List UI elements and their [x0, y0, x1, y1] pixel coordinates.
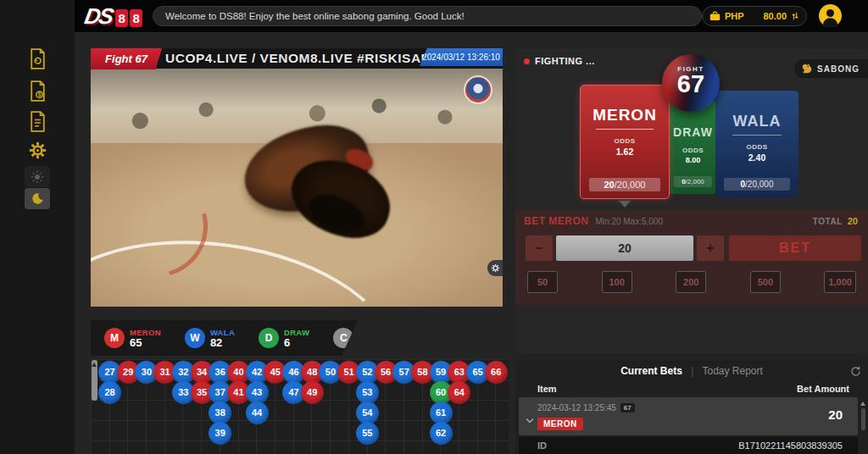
- tab-current-bets[interactable]: Current Bets: [620, 365, 682, 377]
- bet-detail-row: ID B1710221145803839305: [519, 437, 858, 454]
- bet-id-value: B1710221145803839305: [738, 440, 843, 451]
- trend-dot-55: 55: [356, 422, 379, 445]
- draw-bet-card[interactable]: DRAW ODDS 8.00 0/2,000: [669, 100, 717, 194]
- quick-amount-50[interactable]: 50: [527, 271, 558, 293]
- wallet-icon: [709, 11, 721, 21]
- fight-number-ball: FIGHT 67: [662, 54, 720, 112]
- provider-name: SABONG: [817, 64, 860, 74]
- theme-dark-toggle[interactable]: [25, 188, 50, 209]
- arena-emblem: [464, 75, 492, 104]
- sidebar-item-bet-history[interactable]: [26, 47, 48, 69]
- fight-ball-number: 67: [662, 73, 720, 97]
- sun-icon: [31, 170, 44, 184]
- decrease-bet-button[interactable]: −: [526, 235, 553, 261]
- wala-pool-amount: 0/20,000: [724, 178, 790, 191]
- sidebar-item-rules[interactable]: [26, 110, 48, 132]
- chevron-down-icon[interactable]: [526, 412, 534, 427]
- topbar: DS 88 Welcome to DS88! Enjoy the best on…: [75, 0, 868, 32]
- fight-panel: FIGHTING ... SABONG MERON ODDS 1.62 20/2…: [515, 48, 868, 353]
- trend-dot-43: 43: [246, 381, 269, 404]
- bet-row-amount: 20: [828, 407, 843, 422]
- wallet-pill[interactable]: PHP 80.00: [702, 6, 807, 26]
- summary-count: 4: [359, 337, 393, 348]
- meron-bet-card[interactable]: MERON ODDS 1.62 20/20,000: [580, 85, 670, 199]
- logo-ds-text: DS: [82, 3, 114, 30]
- bet-side-label: BET MERON: [524, 215, 589, 227]
- stream-timestamp-badge: 2024/03/12 13:26:10: [420, 48, 503, 66]
- meron-odds-value: 1.62: [581, 147, 669, 157]
- bet-row[interactable]: 2024-03-12 13:25:45 67 MERON 20: [519, 397, 858, 435]
- currency-code: PHP: [725, 11, 744, 21]
- moon-icon: [31, 192, 44, 205]
- cancel-circle-icon: C: [333, 328, 353, 348]
- sidebar-item-settings[interactable]: [26, 139, 48, 161]
- refresh-balance-icon[interactable]: [791, 11, 799, 21]
- bet-row-time: 2024-03-12 13:25:45 67: [537, 403, 635, 412]
- meron-pool: /20,000: [615, 180, 646, 190]
- wala-odds-label: ODDS: [715, 143, 798, 151]
- bet-controls: BET MERON Min:20 Max:5,000 TOTAL 20 − 20…: [515, 210, 868, 305]
- rules-document-icon: [29, 111, 47, 132]
- fight-status: FIGHTING ...: [524, 56, 595, 66]
- fight-number-badge: Fight 67: [91, 48, 162, 69]
- bet-limits: Min:20 Max:5,000: [596, 217, 664, 226]
- video-settings-button[interactable]: [487, 260, 503, 276]
- theme-light-toggle[interactable]: [25, 166, 50, 187]
- trend-dot-28: 28: [98, 381, 121, 404]
- trend-dot-39: 39: [209, 422, 231, 445]
- draw-pool-amount: 0/2,000: [674, 176, 713, 187]
- quick-amount-500[interactable]: 500: [750, 271, 781, 293]
- meron-circle-icon: M: [104, 328, 125, 348]
- stream-watermark: UCOP4.LIVE / VENOM8.LIVE #RISKISAN: [165, 51, 431, 66]
- bet-amount-input[interactable]: 20: [556, 235, 693, 261]
- summary-wala: WWALA82: [185, 328, 235, 348]
- trend-dot-62: 62: [430, 422, 453, 445]
- summary-cancel: CCANCEL4: [333, 328, 393, 348]
- divider: [596, 129, 654, 130]
- scroll-up-icon: [860, 399, 865, 406]
- trend-dot-66: 66: [485, 361, 508, 384]
- refresh-bets-button[interactable]: [850, 365, 861, 380]
- balance-value: 80.00: [763, 11, 787, 21]
- column-bet-amount: Bet Amount: [797, 384, 849, 394]
- draw-pool: /2,000: [686, 178, 704, 185]
- summary-bar: MMERON65WWALA82DDRAW6CCANCEL4: [91, 320, 358, 356]
- settings-gear-icon: [28, 141, 47, 160]
- total-value: 20: [848, 216, 858, 226]
- trend-dot-54: 54: [356, 401, 379, 424]
- bet-side-badge: MERON: [537, 418, 583, 430]
- quick-amount-1000[interactable]: 1,000: [824, 271, 856, 293]
- summary-draw: DDRAW6: [259, 328, 309, 348]
- draw-odds-value: 8.00: [669, 156, 717, 164]
- quick-amount-100[interactable]: 100: [602, 271, 632, 293]
- sidebar-item-transactions[interactable]: $: [26, 80, 48, 102]
- sidebar: $: [0, 0, 75, 454]
- bet-button[interactable]: BET: [729, 235, 861, 261]
- meron-wager: 20: [604, 180, 615, 190]
- svg-text:$: $: [37, 91, 41, 98]
- provider-badge: SABONG: [794, 59, 868, 78]
- tab-separator: |: [691, 365, 693, 377]
- tab-today-report[interactable]: Today Report: [702, 365, 762, 377]
- summary-texts: DRAW6: [284, 328, 309, 348]
- app-root: $ DS 88 Welcome to DS88! Enjoy the best …: [0, 0, 868, 454]
- ds88-logo[interactable]: DS 88: [85, 3, 142, 30]
- meron-title: MERON: [581, 106, 669, 125]
- trend-scrollbar[interactable]: [92, 360, 97, 401]
- summary-count: 65: [130, 337, 161, 348]
- draw-odds-label: ODDS: [669, 147, 717, 154]
- live-video-player[interactable]: UCOP4.LIVE / VENOM8.LIVE #RISKISAN: [91, 48, 503, 307]
- divider: [732, 135, 782, 136]
- trend-dot-44: 44: [246, 401, 269, 424]
- selected-side-pointer: [619, 201, 631, 213]
- user-avatar[interactable]: [819, 4, 842, 27]
- current-bets-panel: Current Bets | Today Report Item Bet Amo…: [515, 360, 868, 454]
- increase-bet-button[interactable]: +: [697, 235, 724, 261]
- summary-texts: MERON65: [130, 328, 161, 348]
- draw-circle-icon: D: [259, 328, 279, 348]
- meron-pool-amount: 20/20,000: [589, 178, 659, 191]
- wala-bet-card[interactable]: WALA ODDS 2.40 0/20,000: [715, 91, 798, 197]
- quick-amount-200[interactable]: 200: [676, 271, 706, 293]
- bet-timestamp: 2024-03-12 13:25:45: [537, 403, 616, 412]
- bets-scrollbar[interactable]: [860, 399, 865, 433]
